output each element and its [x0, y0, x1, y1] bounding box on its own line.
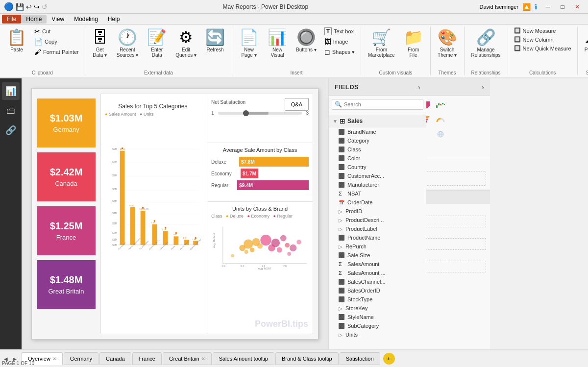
- svg-point-30: [154, 220, 155, 221]
- text-box-button[interactable]: T Text box: [321, 26, 358, 36]
- gb-card[interactable]: $1.48M Great Britain: [37, 260, 96, 309]
- refresh-button[interactable]: 🔄 Refresh: [201, 26, 229, 55]
- ribbon: 📋 Paste ✂ Cut 📄 Copy 🖌 Format Painter Cl…: [0, 24, 588, 78]
- new-quick-measure-icon: 🔲: [514, 45, 521, 51]
- svg-text:2.6: 2.6: [262, 265, 265, 268]
- tab-great-britain[interactable]: Great Britain ✕: [163, 352, 212, 365]
- from-file-button[interactable]: 📁 FromFile: [400, 26, 427, 61]
- recent-sources-button[interactable]: 🕐 RecentSources ▾: [113, 26, 142, 61]
- menu-file[interactable]: File: [2, 15, 21, 24]
- from-marketplace-button[interactable]: 🛒 FromMarketplace: [364, 26, 398, 61]
- tab-gb-close[interactable]: ✕: [201, 356, 205, 362]
- stylename-icon: [339, 314, 344, 320]
- enter-data-button[interactable]: 📝 EnterData: [143, 26, 171, 61]
- tab-sales-tooltip[interactable]: Sales Amount tooltip: [213, 352, 274, 365]
- buttons-button[interactable]: 🔘 Buttons ▾: [292, 26, 320, 55]
- tab-germany[interactable]: Germany: [64, 352, 98, 365]
- manage-relationships-button[interactable]: 🔗 ManageRelationships: [467, 26, 505, 61]
- new-page-button[interactable]: 📄 NewPage ▾: [235, 26, 263, 61]
- germany-label: Germany: [53, 126, 79, 133]
- publish-button[interactable]: ☁ Publish: [581, 26, 588, 55]
- field-productlabel[interactable]: ▷ ProductLabel: [329, 224, 426, 233]
- viz-panel-expand[interactable]: ›: [482, 83, 484, 91]
- ribbon-group-themes: 🎨 SwitchTheme ▾ Themes: [431, 26, 465, 75]
- saleschannel-icon: [339, 279, 344, 285]
- germany-card[interactable]: $1.03M Germany: [37, 98, 96, 147]
- window-controls[interactable]: ─ □ ✕: [541, 1, 584, 12]
- menu-view[interactable]: View: [47, 15, 69, 24]
- qa-button[interactable]: Q&A: [285, 98, 309, 111]
- copy-button[interactable]: 📄 Copy: [31, 37, 82, 47]
- paste-button[interactable]: 📋 Paste: [3, 26, 30, 55]
- maximize-button[interactable]: □: [556, 1, 569, 12]
- tab-canada[interactable]: Canada: [99, 352, 131, 365]
- field-brandname[interactable]: BrandName: [329, 127, 426, 136]
- format-painter-button[interactable]: 🖌 Format Painter: [31, 47, 82, 57]
- relationships-view-button[interactable]: 🔗: [2, 122, 20, 139]
- field-salesamount2[interactable]: Σ SalesAmount ...: [329, 269, 426, 277]
- economy-bar: Economy $1.7M: [211, 169, 309, 178]
- field-manufacturer[interactable]: Manufacturer: [329, 180, 426, 189]
- field-color[interactable]: Color: [329, 154, 426, 163]
- new-visual-button[interactable]: 📊 NewVisual: [264, 26, 291, 61]
- france-card[interactable]: $1.25M France: [37, 206, 96, 255]
- svg-text:$5M: $5M: [112, 200, 117, 202]
- paste-icon: 📋: [7, 29, 26, 45]
- calculations-buttons: 🔲 New Measure 🔲 New Column 🔲 New Quick M…: [511, 26, 574, 69]
- get-data-button[interactable]: 🗄 GetData ▾: [88, 26, 112, 61]
- edit-queries-button[interactable]: ⚙ EditQueries ▾: [172, 26, 200, 61]
- field-category[interactable]: Category: [329, 136, 426, 145]
- add-tab-button[interactable]: +: [383, 353, 395, 365]
- field-salesamount[interactable]: Σ SalesAmount: [329, 260, 426, 269]
- new-measure-button[interactable]: 🔲 New Measure: [511, 26, 574, 35]
- field-subcategory[interactable]: SubCategory: [329, 321, 426, 330]
- image-button[interactable]: 🖼 Image: [321, 37, 358, 47]
- field-country[interactable]: Country: [329, 163, 426, 171]
- tab-satisfaction[interactable]: Satisfaction: [340, 352, 380, 365]
- fields-panel-expand[interactable]: ›: [418, 83, 420, 91]
- tab-brand-tooltip[interactable]: Brand & Class tooltip: [275, 352, 339, 365]
- menu-home[interactable]: Home: [21, 15, 47, 24]
- close-button[interactable]: ✕: [570, 1, 584, 12]
- menu-help[interactable]: Help: [103, 15, 125, 24]
- field-customeracc[interactable]: CustomerAcc...: [329, 171, 426, 180]
- new-quick-measure-button[interactable]: 🔲 New Quick Measure: [511, 44, 574, 52]
- field-orderdate[interactable]: 📅 OrderDate: [329, 198, 426, 207]
- tab-overview-close[interactable]: ✕: [52, 356, 56, 362]
- field-salesize[interactable]: Sale Size: [329, 251, 426, 260]
- refresh-icon: 🔄: [205, 29, 225, 45]
- cut-button[interactable]: ✂ Cut: [31, 26, 82, 36]
- field-nsat[interactable]: Σ NSAT: [329, 189, 426, 198]
- field-productdescri[interactable]: ▷ ProductDescri...: [329, 216, 426, 224]
- fields-search-input[interactable]: [332, 99, 423, 110]
- field-saleschannel[interactable]: SalesChannel...: [329, 277, 426, 286]
- field-repurch[interactable]: ▷ RePurch: [329, 242, 426, 251]
- shapes-button[interactable]: ◻ Shapes ▾: [321, 47, 358, 57]
- viz-waterfall[interactable]: [434, 98, 447, 112]
- canada-card[interactable]: $2.42M Canada: [37, 152, 96, 201]
- viz-globe[interactable]: [434, 127, 447, 141]
- field-class[interactable]: Class: [329, 145, 426, 154]
- data-view-button[interactable]: 🗃: [2, 102, 20, 120]
- new-column-button[interactable]: 🔲 New Column: [511, 35, 574, 44]
- menu-modeling[interactable]: Modeling: [69, 15, 103, 24]
- share-label: Share: [581, 69, 588, 75]
- field-salesorderid[interactable]: SalesOrderID: [329, 286, 426, 295]
- tab-france[interactable]: France: [132, 352, 162, 365]
- field-productname[interactable]: ProductName: [329, 233, 426, 242]
- svg-point-62: [245, 250, 248, 254]
- field-prodid[interactable]: ▷ ProdID: [329, 207, 426, 216]
- svg-text:2.8: 2.8: [283, 265, 287, 268]
- report-view-button[interactable]: 📊: [2, 82, 20, 100]
- field-storekey[interactable]: ▷ StoreKey: [329, 304, 426, 313]
- minimize-button[interactable]: ─: [541, 1, 555, 12]
- svg-text:Avg. Refund: Avg. Refund: [213, 233, 216, 248]
- viz-gauge[interactable]: [434, 113, 447, 126]
- switch-theme-button[interactable]: 🎨 SwitchTheme ▾: [434, 26, 461, 61]
- field-stylename[interactable]: StyleName: [329, 313, 426, 321]
- themes-buttons: 🎨 SwitchTheme ▾: [434, 26, 461, 69]
- field-units[interactable]: ▷ Units: [329, 330, 426, 339]
- tab-sales-label: Sales Amount tooltip: [219, 356, 268, 362]
- field-stocktype[interactable]: StockType: [329, 295, 426, 304]
- sales-group-header[interactable]: ▼ ⊞ Sales: [329, 115, 426, 127]
